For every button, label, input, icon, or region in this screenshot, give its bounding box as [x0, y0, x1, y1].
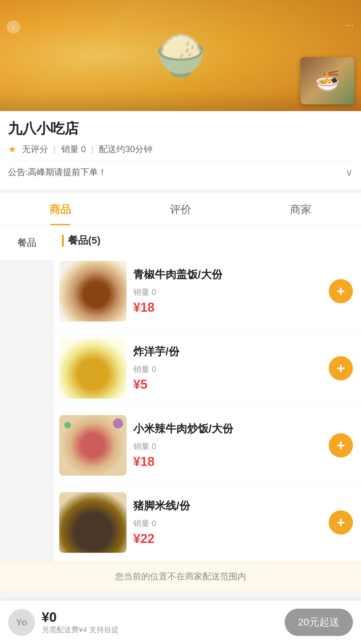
list-item: 猪脚米线/份 销量 0 ¥22 +: [54, 484, 361, 561]
bottom-bar: Yo ¥0 另需配送费¥4 支持自提 20元起送: [0, 600, 361, 644]
section-header: 餐品(5): [54, 226, 361, 253]
menu-layout: 餐品 餐品(5) 青椒牛肉盖饭/大份 销量 0 ¥18 + 炸洋芋/份 销量 0: [0, 226, 361, 562]
add-item-button-2[interactable]: +: [329, 356, 353, 380]
category-sidebar: 餐品: [0, 226, 54, 562]
list-item: 炸洋芋/份 销量 0 ¥5 +: [54, 330, 361, 407]
store-thumbnail: 🍜: [300, 57, 354, 104]
avatar-text: Yo: [16, 617, 27, 628]
star-icon: ★: [8, 144, 16, 155]
category-label: 餐品: [17, 237, 36, 248]
list-item: 青椒牛肉盖饭/大份 销量 0 ¥18 +: [54, 253, 361, 330]
item-sales-2: 销量 0: [133, 364, 323, 375]
item-price-2: ¥5: [133, 377, 323, 392]
more-button[interactable]: ···: [346, 20, 354, 30]
section-title: 餐品(5): [68, 234, 101, 247]
tab-reviews[interactable]: 评价: [120, 193, 241, 225]
cart-avatar: Yo: [8, 609, 35, 636]
back-button[interactable]: ‹: [7, 20, 20, 34]
tab-products[interactable]: 商品: [0, 193, 120, 225]
announcement-bar[interactable]: 公告:高峰期请提前下单！ ∨: [8, 161, 353, 183]
item-name-1: 青椒牛肉盖饭/大份: [133, 268, 323, 282]
item-name-4: 猪脚米线/份: [133, 499, 323, 513]
back-icon: ‹: [12, 23, 15, 31]
food-image-3: [59, 415, 127, 476]
store-meta: ★ 无评分 | 销量 0 | 配送约30分钟: [8, 143, 353, 155]
chevron-down-icon: ∨: [346, 166, 353, 178]
separator-2: |: [91, 144, 94, 155]
item-details-3: 小米辣牛肉炒饭/大份 销量 0 ¥18: [133, 422, 323, 469]
food-image-2: [59, 338, 127, 399]
store-name: 九八小吃店: [8, 119, 353, 138]
item-price-1: ¥18: [133, 300, 323, 315]
item-price-3: ¥18: [133, 454, 323, 469]
category-item-food[interactable]: 餐品: [0, 226, 54, 260]
more-icon: ···: [346, 20, 354, 29]
food-image-1: [59, 261, 127, 321]
item-name-3: 小米辣牛肉炒饭/大份: [133, 422, 323, 436]
list-item: 小米辣牛肉炒饭/大份 销量 0 ¥18 +: [54, 407, 361, 484]
announcement-text: 公告:高峰期请提前下单！: [8, 166, 107, 178]
store-sales: 销量 0: [61, 143, 86, 155]
tab-bar: 商品 评价 商家: [0, 193, 361, 226]
food-image-4: [59, 492, 127, 553]
tab-merchant[interactable]: 商家: [241, 193, 361, 225]
cart-sub-text: 另需配送费¥4 支持自提: [42, 625, 285, 635]
add-item-button-1[interactable]: +: [329, 279, 353, 303]
cart-info: ¥0 另需配送费¥4 支持自提: [42, 610, 285, 635]
add-item-button-4[interactable]: +: [329, 510, 353, 535]
location-notice: 您当前的位置不在商家配送范围内: [0, 562, 361, 590]
item-sales-4: 销量 0: [133, 518, 323, 529]
cart-price: ¥0: [42, 610, 285, 625]
location-notice-text: 您当前的位置不在商家配送范围内: [115, 571, 246, 581]
menu-items-list: 餐品(5) 青椒牛肉盖饭/大份 销量 0 ¥18 + 炸洋芋/份 销量 0 ¥5…: [54, 226, 361, 562]
add-item-button-3[interactable]: +: [329, 433, 353, 457]
store-delivery-time: 配送约30分钟: [99, 143, 152, 155]
hero-banner: 🍚 ‹ ··· 🍜: [0, 0, 361, 111]
item-details-4: 猪脚米线/份 销量 0 ¥22: [133, 499, 323, 546]
order-button[interactable]: 20元起送: [285, 609, 353, 636]
item-sales-3: 销量 0: [133, 441, 323, 452]
item-price-4: ¥22: [133, 532, 323, 546]
item-details-2: 炸洋芋/份 销量 0 ¥5: [133, 345, 323, 392]
item-sales-1: 销量 0: [133, 287, 323, 298]
store-rating: 无评分: [22, 143, 48, 155]
item-details-1: 青椒牛肉盖饭/大份 销量 0 ¥18: [133, 268, 323, 315]
store-info-section: 九八小吃店 ★ 无评分 | 销量 0 | 配送约30分钟 公告:高峰期请提前下单…: [0, 111, 361, 189]
item-name-2: 炸洋芋/份: [133, 345, 323, 359]
separator-1: |: [53, 144, 56, 155]
